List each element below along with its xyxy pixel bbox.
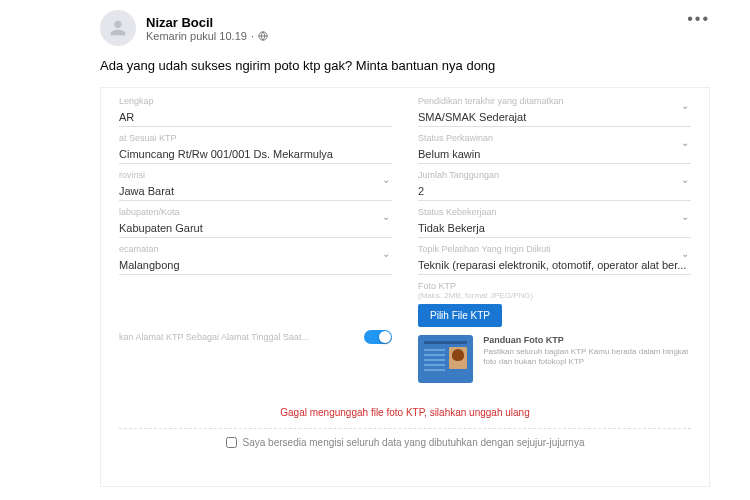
post-menu-button[interactable]: ••• xyxy=(687,10,710,28)
field-label: Status Perkawinan xyxy=(418,133,691,143)
field-label: ecamatan xyxy=(119,244,392,254)
ktp-sublabel: (Maks. 2MB, format JPEG/PNG) xyxy=(418,291,691,300)
field-kebekerjaan: Status Kebekerjaan ⌄ xyxy=(418,207,691,238)
pilih-file-button[interactable]: Pilih File KTP xyxy=(418,304,502,327)
avatar[interactable] xyxy=(100,10,136,46)
kecamatan-select[interactable] xyxy=(119,256,392,275)
toggle-label: kan Alamat KTP Sebagai Alamat Tinggal Sa… xyxy=(119,332,356,342)
post-body-text: Ada yang udah sukses ngirim poto ktp gak… xyxy=(100,58,710,73)
alamat-toggle[interactable] xyxy=(364,330,392,344)
post-author[interactable]: Nizar Bocil xyxy=(146,15,268,30)
field-perkawinan: Status Perkawinan ⌄ xyxy=(418,133,691,164)
dot-separator: · xyxy=(251,30,254,42)
consent-label: Saya bersedia mengisi seluruh data yang … xyxy=(243,437,585,448)
topik-select[interactable] xyxy=(418,256,691,275)
upload-error-message: Gagal mengunggah file foto KTP, silahkan… xyxy=(119,407,691,418)
field-pendidikan: Pendidikan terakhir yang ditamatkan ⌄ xyxy=(418,96,691,127)
ktp-upload-section: Foto KTP (Maks. 2MB, format JPEG/PNG) Pi… xyxy=(418,281,691,393)
field-label: Jumlah Tanggungan xyxy=(418,170,691,180)
field-label: rovinsi xyxy=(119,170,392,180)
field-nama: Lengkap xyxy=(119,96,392,127)
post-header: Nizar Bocil Kemarin pukul 10.19 · ••• xyxy=(100,10,710,46)
consent-row: Saya bersedia mengisi seluruh data yang … xyxy=(119,437,691,448)
embedded-screenshot: Lengkap Pendidikan terakhir yang ditamat… xyxy=(100,87,710,487)
pendidikan-select[interactable] xyxy=(418,108,691,127)
field-tanggungan: Jumlah Tanggungan ⌄ xyxy=(418,170,691,201)
field-label: Topik Pelatihan Yang Ingin Diikuti xyxy=(418,244,691,254)
nama-input[interactable] xyxy=(119,108,392,127)
divider xyxy=(119,428,691,429)
post-timestamp[interactable]: Kemarin pukul 10.19 xyxy=(146,30,247,42)
field-kabupaten: labupaten/Kota ⌄ xyxy=(119,207,392,238)
ktp-label: Foto KTP xyxy=(418,281,691,291)
perkawinan-select[interactable] xyxy=(418,145,691,164)
field-label: Status Kebekerjaan xyxy=(418,207,691,217)
field-provinsi: rovinsi ⌄ xyxy=(119,170,392,201)
tanggungan-select[interactable] xyxy=(418,182,691,201)
field-alamat: at Sesuai KTP xyxy=(119,133,392,164)
field-kecamatan: ecamatan ⌄ xyxy=(119,244,392,275)
consent-checkbox[interactable] xyxy=(226,437,237,448)
field-label: Pendidikan terakhir yang ditamatkan xyxy=(418,96,691,106)
field-label: labupaten/Kota xyxy=(119,207,392,217)
kabupaten-select[interactable] xyxy=(119,219,392,238)
provinsi-select[interactable] xyxy=(119,182,392,201)
globe-icon xyxy=(258,31,268,41)
ktp-sample-image xyxy=(418,335,473,383)
field-topik: Topik Pelatihan Yang Ingin Diikuti ⌄ xyxy=(418,244,691,275)
panduan-text: Pastikan seluruh bagian KTP Kamu berada … xyxy=(483,347,691,368)
panduan-title: Panduan Foto KTP xyxy=(483,335,691,345)
alamat-input[interactable] xyxy=(119,145,392,164)
field-label: Lengkap xyxy=(119,96,392,106)
user-icon xyxy=(107,17,129,39)
field-label: at Sesuai KTP xyxy=(119,133,392,143)
toggle-alamat-row: kan Alamat KTP Sebagai Alamat Tinggal Sa… xyxy=(119,281,392,393)
kebekerjaan-select[interactable] xyxy=(418,219,691,238)
